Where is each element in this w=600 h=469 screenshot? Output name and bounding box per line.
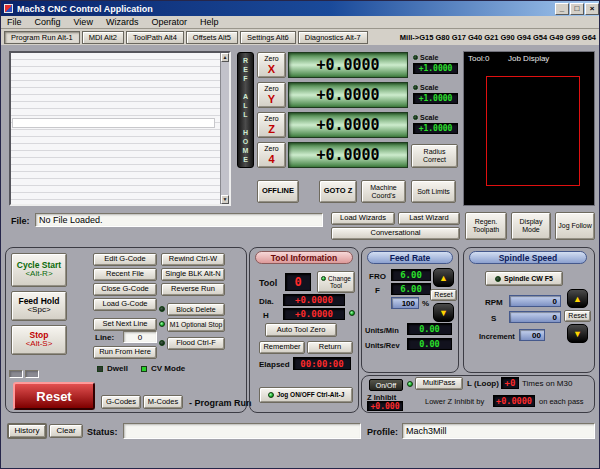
minimize-icon[interactable]: _ (555, 3, 569, 15)
h-dro[interactable]: +0.0000 (283, 308, 345, 320)
close-gcode-button[interactable]: Close G-Code (93, 283, 157, 296)
zero-x-button[interactable]: Zero X (257, 52, 286, 78)
toolpath-display[interactable]: Tool:0 Job Display (463, 51, 595, 206)
spindle-reset-button[interactable]: Reset (564, 310, 591, 322)
m1-optional-stop-button[interactable]: M1 Optional Stop (167, 318, 225, 332)
tab-settings[interactable]: Settings Alt6 (240, 31, 296, 44)
rewind-button[interactable]: Rewind Ctrl-W (161, 253, 225, 266)
zero-4-button[interactable]: Zero 4 (257, 142, 286, 168)
multipass-button[interactable]: MultiPass (415, 377, 463, 390)
tab-program-run[interactable]: Program Run Alt-1 (4, 31, 80, 44)
spindle-down-arrow-icon[interactable]: ▼ (567, 324, 588, 343)
dro-4[interactable]: +0.0000 (288, 142, 408, 168)
history-button[interactable]: History (7, 423, 47, 439)
load-wizards-button[interactable]: Load Wizards (331, 212, 395, 225)
goto-z-button[interactable]: GOTO Z (319, 180, 357, 203)
fro-percent-dro[interactable]: 100 (391, 297, 419, 309)
axis-letter-z: Z (268, 123, 275, 135)
dro-x[interactable]: +0.0000 (288, 52, 408, 78)
scroll-down-icon[interactable]: ▼ (221, 195, 229, 204)
change-tool-row: Change (321, 275, 351, 282)
tab-toolpath[interactable]: ToolPath Alt4 (126, 31, 184, 44)
tool-info-header: Tool Information (255, 251, 353, 264)
fro-dro[interactable]: 6.00 (391, 269, 431, 281)
regen-toolpath-button[interactable]: Regen. Toolpath (465, 212, 507, 240)
menu-item-file[interactable]: File (7, 17, 22, 27)
return-button[interactable]: Return (307, 341, 353, 354)
tab-offsets[interactable]: Offsets Alt5 (186, 31, 238, 44)
load-gcode-button[interactable]: Load G-Code (93, 298, 157, 311)
recent-file-button[interactable]: Recent File (93, 268, 157, 281)
close-icon[interactable]: × (585, 3, 599, 15)
jog-on-off-button[interactable]: Jog ON/OFF Ctrl-Alt-J (259, 387, 353, 403)
dia-dro[interactable]: +0.0000 (283, 294, 345, 306)
status-label: Status: (87, 427, 118, 437)
gcode-list[interactable]: ▲ ▼ (9, 51, 231, 206)
loop-count-dro[interactable]: +0 (501, 377, 519, 389)
menu-item-operator[interactable]: Operator (151, 17, 187, 27)
tool-number-dro[interactable]: 0 (285, 273, 311, 291)
last-wizard-button[interactable]: Last Wizard (398, 212, 460, 225)
scale-x-label: Scale (420, 54, 438, 61)
s-dro[interactable]: 0 (509, 311, 561, 323)
multipass-on-off-button[interactable]: On/Off (369, 379, 403, 391)
scroll-up-icon[interactable]: ▲ (221, 53, 229, 62)
feed-hold-button[interactable]: Feed Hold <Spc> (11, 291, 67, 321)
flood-button[interactable]: Flood Ctrl-F (167, 337, 225, 350)
line-number-dro[interactable]: 0 (123, 331, 157, 343)
g-codes-button[interactable]: G-Codes (101, 395, 141, 409)
gcode-scrollbar[interactable]: ▲ ▼ (220, 53, 229, 204)
display-mode-button[interactable]: Display Mode (511, 212, 551, 240)
feed-up-arrow-icon[interactable]: ▲ (433, 268, 454, 287)
remember-button[interactable]: Remember (259, 341, 305, 354)
auto-tool-zero-button[interactable]: Auto Tool Zero (265, 323, 337, 337)
scale-x-dro[interactable]: +1.0000 (413, 63, 458, 74)
menu-item-wizards[interactable]: Wizards (106, 17, 139, 27)
lower-z-inhibit-dro[interactable]: +0.0000 (493, 395, 535, 407)
set-next-line-button[interactable]: Set Next Line (93, 318, 157, 331)
f-dro[interactable]: 6.00 (391, 283, 431, 295)
reverse-run-button[interactable]: Reverse Run (161, 283, 225, 296)
menu-item-view[interactable]: View (74, 17, 93, 27)
run-from-here-button[interactable]: Run From Here (93, 346, 157, 359)
increment-dro[interactable]: 00 (519, 329, 545, 341)
cycle-start-button[interactable]: Cycle Start <Alt-R> (11, 253, 67, 287)
spindle-up-arrow-icon[interactable]: ▲ (567, 289, 588, 308)
scale-z-dro[interactable]: +1.0000 (413, 123, 458, 134)
soft-limits-button[interactable]: Soft Limits (411, 180, 456, 203)
block-delete-button[interactable]: Block Delete (167, 303, 225, 316)
jog-on-led-icon (268, 392, 274, 398)
axis-letter-x: X (268, 63, 275, 75)
conversational-button[interactable]: Conversational (331, 227, 460, 240)
menu-item-config[interactable]: Config (35, 17, 61, 27)
dro-z[interactable]: +0.0000 (288, 112, 408, 138)
clear-status-button[interactable]: Clear (49, 424, 83, 438)
maximize-icon[interactable]: □ (570, 3, 584, 15)
m-codes-button[interactable]: M-Codes (143, 395, 183, 409)
edit-gcode-button[interactable]: Edit G-Code (93, 253, 157, 266)
dro-y[interactable]: +0.0000 (288, 82, 408, 108)
offline-button[interactable]: OFFLINE (257, 180, 299, 203)
multipass-led-icon (407, 381, 413, 387)
tab-diagnostics[interactable]: Diagnostics Alt-7 (298, 31, 368, 44)
feed-reset-button[interactable]: Reset (430, 289, 457, 301)
gcode-selected-line[interactable] (13, 119, 214, 127)
machine-coords-button[interactable]: Machine Coord's (361, 180, 406, 203)
feed-down-arrow-icon[interactable]: ▼ (433, 303, 454, 322)
zero-z-button[interactable]: Zero Z (257, 112, 286, 138)
change-tool-button[interactable]: Change Tool (317, 271, 355, 293)
spindle-cw-button[interactable]: Spindle CW F5 (485, 271, 563, 286)
ref-all-home-button[interactable]: REF ALL HOME (237, 52, 254, 168)
z-inhibit-dro[interactable]: +0.000 (367, 401, 403, 411)
reset-button[interactable]: Reset (13, 382, 95, 410)
menu-item-help[interactable]: Help (200, 17, 219, 27)
single-blk-button[interactable]: Single BLK Alt-N (161, 268, 225, 281)
stop-button[interactable]: Stop <Alt-S> (11, 325, 67, 355)
percent-sign-label: % (422, 299, 429, 308)
zero-y-button[interactable]: Zero Y (257, 82, 286, 108)
scale-y-dro[interactable]: +1.0000 (413, 93, 458, 104)
rpm-dro[interactable]: 0 (509, 295, 561, 307)
tab-mdi[interactable]: MDI Alt2 (82, 31, 124, 44)
radius-correct-button[interactable]: Radius Correct (411, 144, 458, 168)
jog-follow-button[interactable]: Jog Follow (555, 212, 595, 240)
